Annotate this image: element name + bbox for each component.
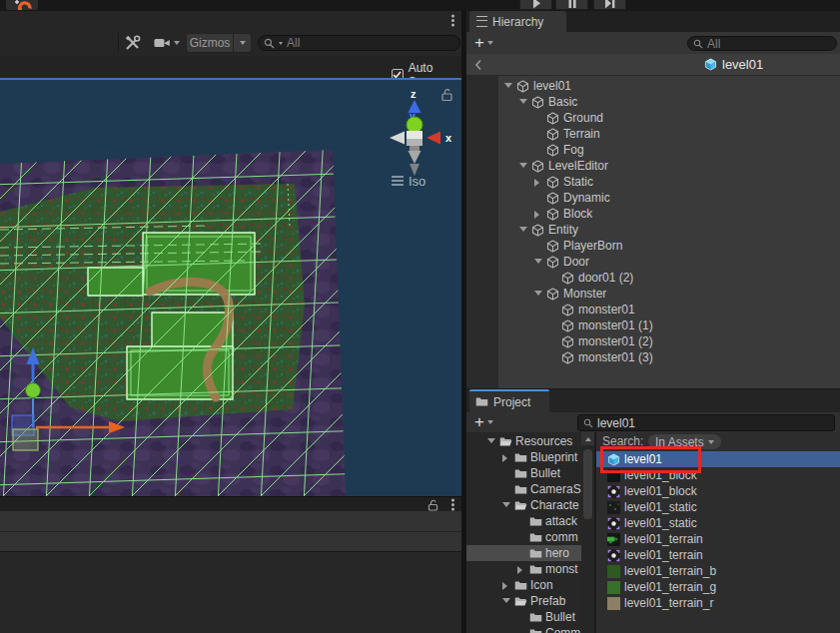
expand-open-icon[interactable] [502, 502, 510, 507]
expand-closed-icon[interactable] [502, 582, 507, 590]
scene-render: z y x Iso [0, 80, 461, 496]
hierarchy-item-basic[interactable]: Basic [466, 94, 840, 110]
hierarchy-item-label: PlayerBorn [563, 238, 622, 254]
project-tabbar: Project [466, 389, 840, 412]
sprite-asset-icon [607, 485, 620, 498]
expand-open-icon[interactable] [519, 227, 527, 232]
pause-button[interactable] [555, 0, 588, 10]
folder-label: CameraS [530, 481, 581, 497]
gizmos-dropdown-button[interactable] [234, 33, 252, 53]
tab-project[interactable]: Project [469, 389, 549, 412]
expand-closed-icon[interactable] [517, 566, 522, 574]
hierarchy-item-terrain[interactable]: Terrain [466, 126, 840, 142]
hierarchy-item-door01-2-[interactable]: door01 (2) [466, 270, 840, 286]
axis-z-label: z [411, 88, 417, 100]
hierarchy-item-level01[interactable]: level01 [466, 78, 840, 94]
scene-viewport[interactable]: z y x Iso [0, 80, 461, 496]
camera-view-button[interactable] [150, 34, 184, 52]
scroll-up-button[interactable] [581, 432, 594, 445]
hierarchy-item-static[interactable]: Static [466, 174, 840, 190]
result-item-level01-block[interactable]: level01_block [596, 483, 840, 499]
tools-button[interactable] [124, 35, 142, 51]
hierarchy-item-ground[interactable]: Ground [466, 110, 840, 126]
folder-item-icon[interactable]: Icon [466, 577, 581, 593]
hierarchy-item-entity[interactable]: Entity [466, 222, 840, 238]
tiledark-asset-icon [607, 469, 620, 482]
expand-open-icon[interactable] [504, 83, 512, 88]
result-item-level01-terrain[interactable]: level01_terrain [596, 531, 840, 547]
hierarchy-item-monster01[interactable]: monster01 [466, 302, 840, 317]
result-item-level01-terrain-r[interactable]: level01_terrain_r [596, 595, 840, 611]
expand-closed-icon[interactable] [534, 211, 539, 219]
back-icon[interactable] [474, 59, 482, 71]
folder-item-blueprint[interactable]: Blueprint [466, 449, 581, 465]
folder-item-characte[interactable]: Characte [466, 497, 581, 513]
bottom-panel-row[interactable] [0, 511, 461, 532]
hierarchy-search-field[interactable]: All [687, 36, 837, 51]
tab-hierarchy[interactable]: Hierarchy [469, 11, 566, 32]
gizmos-button[interactable]: Gizmos [186, 33, 234, 53]
hierarchy-item-fog[interactable]: Fog [466, 142, 840, 158]
search-scope-dropdown[interactable]: In Assets [648, 434, 721, 449]
hierarchy-item-leveleditor[interactable]: LevelEditor [466, 158, 840, 174]
folder-item-bullet[interactable]: Bullet [466, 609, 581, 625]
hierarchy-item-monster01-1-[interactable]: monster01 (1) [466, 317, 840, 333]
hierarchy-item-dynamic[interactable]: Dynamic [466, 190, 840, 206]
breadcrumb-prefab[interactable]: level01 [704, 57, 763, 72]
scrollbar-thumb[interactable] [583, 449, 592, 519]
hierarchy-item-door[interactable]: Door [466, 254, 840, 270]
gameobject-cube-icon [546, 128, 559, 141]
folder-item-attack[interactable]: attack [466, 513, 581, 529]
expand-closed-icon[interactable] [502, 454, 507, 462]
hierarchy-item-monster01-3-[interactable]: monster01 (3) [466, 349, 840, 365]
panel-menu-icon[interactable] [451, 19, 454, 22]
result-item-level01-terrain[interactable]: level01_terrain [596, 547, 840, 563]
expand-open-icon[interactable] [519, 99, 527, 104]
expand-open-icon[interactable] [534, 259, 542, 264]
result-item-level01[interactable]: level01 [596, 451, 840, 467]
result-item-level01-block[interactable]: level01_block [596, 467, 840, 483]
expand-open-icon[interactable] [534, 291, 542, 296]
expand-open-icon[interactable] [519, 163, 527, 168]
expand-closed-icon[interactable] [534, 179, 539, 187]
folder-item-bullet[interactable]: Bullet [466, 465, 581, 481]
hierarchy-item-playerborn[interactable]: PlayerBorn [466, 238, 840, 254]
panel-menu-icon[interactable] [451, 503, 454, 506]
step-button[interactable] [593, 0, 626, 10]
project-add-button[interactable]: + [474, 412, 493, 432]
folder-item-monst[interactable]: monst [466, 561, 581, 577]
folder-label: Resources [515, 433, 572, 449]
unlock-icon[interactable] [427, 499, 438, 511]
version-control-button[interactable] [6, 0, 38, 10]
folder-item-resources[interactable]: Resources [466, 433, 581, 449]
hierarchy-item-monster01-2-[interactable]: monster01 (2) [466, 333, 840, 349]
folder-item-comm[interactable]: comm [466, 529, 581, 545]
result-item-level01-terrain-b[interactable]: level01_terrain_b [596, 563, 840, 579]
expand-open-icon[interactable] [502, 598, 510, 603]
hierarchy-item-monster[interactable]: Monster [466, 286, 840, 302]
project-search-field[interactable]: level01 [577, 414, 835, 431]
project-tab-label: Project [493, 395, 530, 409]
hierarchy-item-block[interactable]: Block [466, 206, 840, 222]
folder-item-prefab[interactable]: Prefab [466, 593, 581, 609]
gameobject-cube-icon [531, 224, 544, 237]
hierarchy-item-label: monster01 (2) [578, 333, 653, 349]
bottom-panel-row[interactable] [0, 532, 461, 551]
scene-search-field[interactable]: All [258, 35, 460, 51]
expand-open-icon[interactable] [487, 438, 495, 443]
result-item-level01-static[interactable]: level01_static [596, 499, 840, 515]
result-item-level01-terrain-g[interactable]: level01_terrain_g [596, 579, 840, 595]
folder-item-hero[interactable]: hero [466, 545, 581, 561]
folder-icon [529, 612, 542, 623]
result-item-level01-static[interactable]: level01_static [596, 515, 840, 531]
folder-scrollbar[interactable] [581, 432, 594, 633]
play-button[interactable] [519, 0, 552, 10]
hierarchy-add-button[interactable]: + [474, 33, 493, 53]
play-icon [531, 0, 541, 9]
scene-pane: Gizmos All Auto Save [0, 11, 461, 633]
right-pane: Hierarchy + All level01 [466, 11, 840, 633]
gameobject-cube-icon [531, 96, 544, 109]
unity-editor-window: Gizmos All Auto Save [0, 0, 840, 633]
folder-item-cameras[interactable]: CameraS [466, 481, 581, 497]
folder-item-comm[interactable]: Comm [466, 625, 581, 633]
